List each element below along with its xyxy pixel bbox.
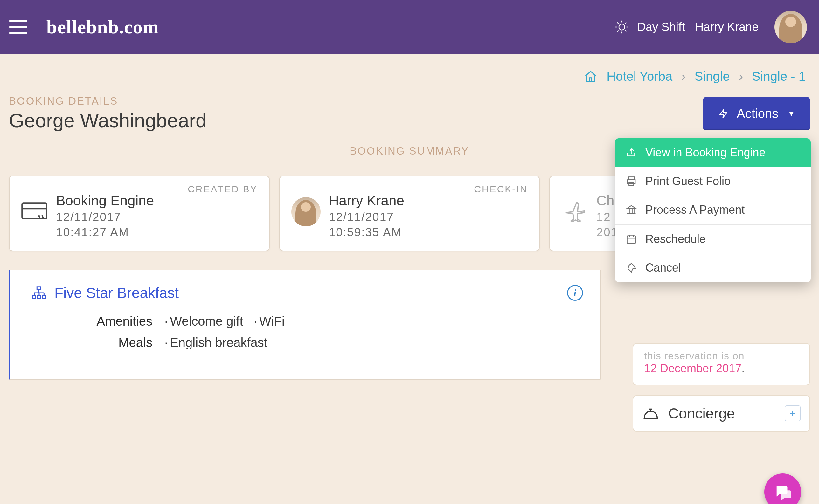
action-print-folio[interactable]: Print Guest Folio — [615, 167, 811, 196]
concierge-card: Concierge + — [633, 395, 810, 432]
calendar-icon — [626, 233, 637, 245]
breadcrumb: Hotel Yorba › Single › Single - 1 — [0, 54, 819, 84]
chat-fab[interactable] — [764, 473, 801, 504]
breadcrumb-hotel[interactable]: Hotel Yorba — [607, 69, 672, 84]
share-icon — [626, 147, 637, 158]
sun-icon — [615, 20, 629, 34]
svg-rect-25 — [37, 287, 41, 290]
page-title: George Washingbeard — [9, 109, 207, 132]
package-panel: Five Star Breakfast i Amenities ·Welcome… — [9, 270, 601, 380]
reservation-note: this reservation is on 12 December 2017. — [633, 343, 810, 385]
breadcrumb-room[interactable]: Single - 1 — [752, 69, 806, 84]
staff-avatar — [291, 197, 321, 226]
calculator-icon — [21, 200, 48, 222]
home-icon — [584, 70, 598, 84]
shift-indicator[interactable]: Day Shift — [615, 20, 685, 34]
section-label: BOOKING DETAILS — [9, 95, 207, 107]
breadcrumb-roomtype[interactable]: Single — [694, 69, 730, 84]
svg-line-4 — [625, 30, 627, 31]
svg-rect-9 — [590, 78, 592, 81]
svg-rect-19 — [627, 236, 636, 244]
svg-rect-28 — [43, 295, 46, 299]
caret-down-icon: ▼ — [788, 110, 795, 118]
card-check-in: CHECK-IN Harry Krane 12/11/2017 10:59:35… — [279, 176, 540, 251]
action-cancel[interactable]: Cancel — [615, 253, 811, 282]
action-view-in-engine[interactable]: View in Booking Engine — [615, 138, 811, 167]
concierge-add-button[interactable]: + — [785, 405, 801, 421]
info-icon[interactable]: i — [567, 285, 583, 301]
chevron-right-icon: › — [739, 69, 743, 84]
menu-toggle[interactable] — [9, 18, 27, 36]
svg-rect-27 — [38, 295, 41, 299]
chat-icon — [774, 483, 792, 501]
card-created-by: CREATED BY Booking Engine 12/11/2017 10:… — [9, 176, 270, 251]
meals-list: ·English breakfast — [164, 335, 267, 350]
svg-line-3 — [617, 23, 619, 24]
actions-button[interactable]: Actions ▼ — [703, 97, 810, 130]
package-name-link[interactable]: Five Star Breakfast — [31, 284, 179, 301]
chevron-right-icon: › — [681, 69, 685, 84]
action-process-payment[interactable]: Process A Payment — [615, 196, 811, 224]
svg-point-0 — [619, 24, 625, 30]
actions-dropdown: View in Booking Engine Print Guest Folio… — [615, 138, 811, 282]
recycle-icon — [626, 262, 637, 273]
user-avatar[interactable] — [774, 11, 807, 43]
plane-icon — [561, 200, 588, 222]
svg-rect-26 — [33, 295, 36, 299]
sitemap-icon — [31, 286, 46, 300]
bell-icon — [642, 405, 659, 421]
header-username[interactable]: Harry Krane — [695, 20, 759, 34]
logo[interactable]: bellebnb.com — [46, 16, 159, 38]
action-reschedule[interactable]: Reschedule — [615, 225, 811, 253]
svg-line-8 — [625, 23, 627, 24]
printer-icon — [626, 176, 637, 187]
bank-icon — [626, 204, 637, 216]
lightning-icon — [718, 107, 728, 121]
svg-line-7 — [617, 30, 619, 31]
app-header: bellebnb.com Day Shift Harry Krane — [0, 0, 819, 54]
amenities-list: ·Welcome gift ·WiFi — [164, 314, 285, 328]
